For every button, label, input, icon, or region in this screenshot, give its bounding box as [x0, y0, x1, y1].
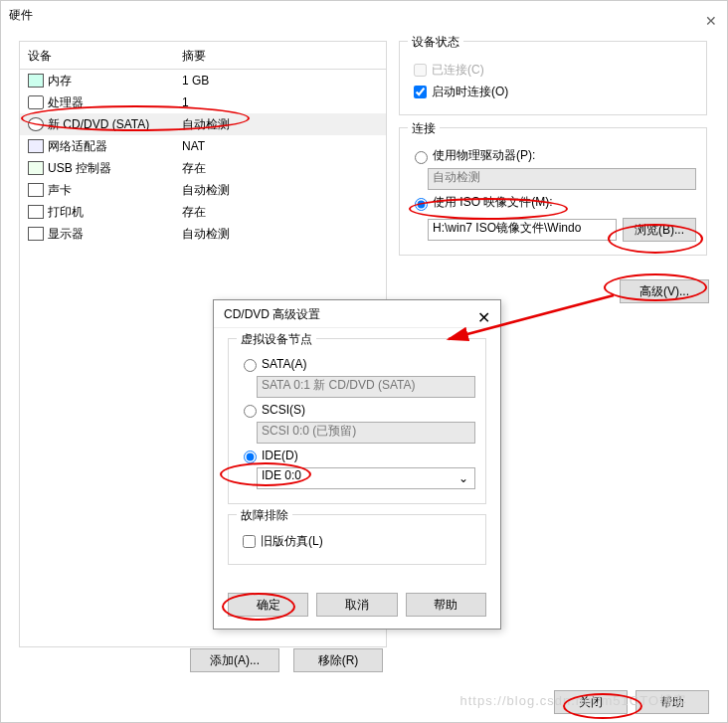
- device-name: 处理器: [48, 94, 182, 111]
- memory-icon: [28, 74, 44, 88]
- device-name: 新 CD/DVD (SATA): [48, 116, 182, 133]
- fault-group: 故障排除 旧版仿真(L): [228, 514, 486, 565]
- chevron-down-icon: ⌄: [458, 471, 468, 485]
- scsi-select: SCSI 0:0 (已预留): [257, 422, 475, 444]
- sata-radio-row[interactable]: SATA(A): [239, 356, 475, 372]
- list-item[interactable]: 处理器 1: [20, 91, 386, 113]
- close-icon[interactable]: ✕: [477, 304, 490, 332]
- scsi-radio-row[interactable]: SCSI(S): [239, 402, 475, 418]
- virtual-node-group: 虚拟设备节点 SATA(A) SATA 0:1 新 CD/DVD (SATA) …: [228, 338, 486, 504]
- use-physical-radio-row[interactable]: 使用物理驱动器(P):: [410, 147, 696, 164]
- ide-select-value: IDE 0:0: [262, 468, 301, 482]
- use-iso-radio-row[interactable]: 使用 ISO 映像文件(M):: [410, 194, 696, 211]
- device-name: 声卡: [48, 182, 182, 199]
- group-title: 虚拟设备节点: [237, 331, 316, 348]
- ide-select[interactable]: IDE 0:0 ⌄: [257, 467, 475, 489]
- dialog-titlebar: CD/DVD 高级设置 ✕: [214, 300, 500, 328]
- device-name: 内存: [48, 73, 182, 90]
- device-status-group: 设备状态 已连接(C) 启动时连接(O): [399, 41, 707, 115]
- device-name: 打印机: [48, 204, 182, 221]
- connect-on-power-label: 启动时连接(O): [432, 84, 508, 100]
- device-summary: 自动检测: [182, 116, 230, 133]
- titlebar: 硬件 ✕: [1, 1, 727, 29]
- connected-checkbox: [414, 64, 427, 77]
- connected-label: 已连接(C): [432, 62, 484, 79]
- sata-radio[interactable]: [244, 359, 257, 372]
- device-name: USB 控制器: [48, 160, 182, 177]
- browse-button[interactable]: 浏览(B)...: [623, 218, 696, 242]
- legacy-checkbox-row[interactable]: 旧版仿真(L): [239, 532, 475, 551]
- use-physical-label: 使用物理驱动器(P):: [433, 147, 535, 164]
- connected-checkbox-row[interactable]: 已连接(C): [410, 61, 696, 80]
- legacy-label: 旧版仿真(L): [261, 533, 323, 550]
- ide-radio-row[interactable]: IDE(D): [239, 448, 475, 463]
- column-header-summary[interactable]: 摘要: [182, 48, 378, 65]
- dialog-title: CD/DVD 高级设置: [224, 307, 320, 321]
- list-item[interactable]: USB 控制器 存在: [20, 157, 386, 179]
- list-item-selected[interactable]: 新 CD/DVD (SATA) 自动检测: [20, 113, 386, 135]
- list-item[interactable]: 打印机 存在: [20, 201, 386, 223]
- ok-button[interactable]: 确定: [228, 593, 308, 617]
- use-physical-radio[interactable]: [415, 151, 428, 164]
- window-title: 硬件: [9, 8, 33, 22]
- close-icon[interactable]: ✕: [705, 7, 717, 35]
- device-summary: 1: [182, 95, 189, 109]
- advanced-button[interactable]: 高级(V)...: [620, 279, 709, 303]
- device-summary: 1 GB: [182, 74, 209, 88]
- scsi-radio[interactable]: [244, 405, 257, 418]
- device-name: 网络适配器: [48, 138, 182, 155]
- group-title: 连接: [408, 120, 440, 137]
- ide-radio[interactable]: [244, 451, 257, 463]
- sound-icon: [28, 183, 44, 197]
- list-item[interactable]: 内存 1 GB: [20, 70, 386, 91]
- network-icon: [28, 139, 44, 153]
- list-item[interactable]: 显示器 自动检测: [20, 223, 386, 245]
- remove-button[interactable]: 移除(R): [293, 648, 383, 672]
- printer-icon: [28, 205, 44, 219]
- connect-on-power-row[interactable]: 启动时连接(O): [410, 83, 696, 101]
- scsi-label: SCSI(S): [262, 403, 305, 417]
- connection-group: 连接 使用物理驱动器(P): 自动检测 使用 ISO 映像文件(M): H:\w…: [399, 127, 707, 256]
- cancel-button[interactable]: 取消: [316, 593, 397, 617]
- cpu-icon: [28, 95, 44, 109]
- device-summary: 存在: [182, 204, 206, 221]
- column-header-device[interactable]: 设备: [28, 48, 182, 65]
- connect-on-power-checkbox[interactable]: [414, 86, 427, 98]
- device-summary: 自动检测: [182, 182, 230, 199]
- usb-icon: [28, 161, 44, 175]
- watermark-text: https://blog.csdn.net/m51CTO博客: [460, 692, 687, 710]
- list-item[interactable]: 网络适配器 NAT: [20, 135, 386, 157]
- monitor-icon: [28, 227, 44, 241]
- device-summary: NAT: [182, 139, 205, 153]
- sata-label: SATA(A): [262, 357, 307, 371]
- physical-drive-select: 自动检测: [428, 168, 696, 190]
- group-title: 设备状态: [408, 34, 463, 51]
- legacy-checkbox[interactable]: [243, 535, 256, 548]
- use-iso-radio[interactable]: [415, 198, 428, 211]
- ide-label: IDE(D): [262, 449, 298, 462]
- add-button[interactable]: 添加(A)...: [190, 648, 279, 672]
- list-item[interactable]: 声卡 自动检测: [20, 179, 386, 201]
- advanced-dialog: CD/DVD 高级设置 ✕ 虚拟设备节点 SATA(A) SATA 0:1 新 …: [213, 299, 501, 630]
- device-summary: 自动检测: [182, 226, 230, 243]
- group-title: 故障排除: [237, 507, 292, 524]
- help-button[interactable]: 帮助: [406, 593, 486, 617]
- use-iso-label: 使用 ISO 映像文件(M):: [433, 194, 553, 211]
- sata-select: SATA 0:1 新 CD/DVD (SATA): [257, 376, 475, 398]
- iso-path-select[interactable]: H:\win7 ISO镜像文件\Windo: [428, 219, 617, 241]
- device-summary: 存在: [182, 160, 206, 177]
- device-name: 显示器: [48, 226, 182, 243]
- cd-icon: [28, 117, 44, 131]
